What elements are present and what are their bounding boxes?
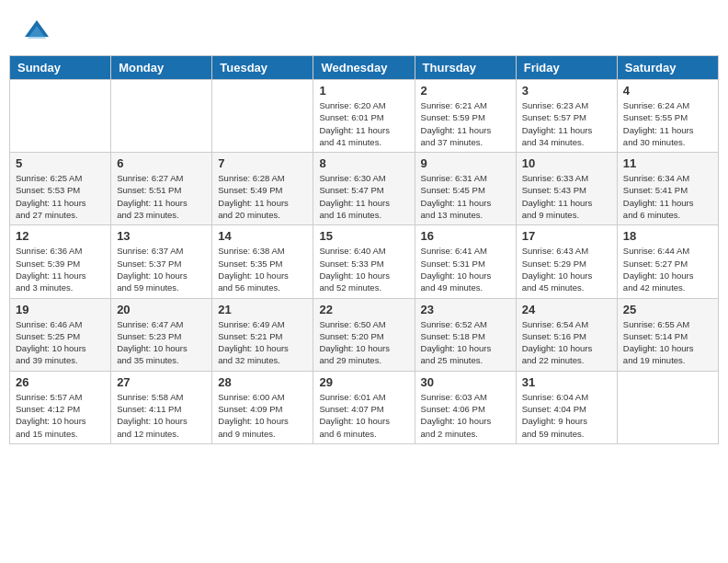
weekday-header-monday: Monday <box>111 56 212 80</box>
day-info: Sunrise: 6:46 AM Sunset: 5:25 PM Dayligh… <box>16 318 105 367</box>
day-info: Sunrise: 6:25 AM Sunset: 5:53 PM Dayligh… <box>16 172 105 221</box>
day-info: Sunrise: 6:37 AM Sunset: 5:37 PM Dayligh… <box>117 245 206 293</box>
day-number: 11 <box>623 156 712 170</box>
day-info: Sunrise: 6:36 AM Sunset: 5:39 PM Dayligh… <box>16 245 105 293</box>
day-number: 30 <box>421 375 510 389</box>
day-number: 17 <box>522 229 611 243</box>
day-number: 18 <box>623 229 712 243</box>
calendar-table: SundayMondayTuesdayWednesdayThursdayFrid… <box>9 55 719 444</box>
weekday-header-tuesday: Tuesday <box>212 56 313 80</box>
weekday-header-thursday: Thursday <box>415 56 516 80</box>
day-number: 5 <box>16 156 105 170</box>
day-number: 12 <box>16 229 105 243</box>
calendar-cell: 1Sunrise: 6:20 AM Sunset: 6:01 PM Daylig… <box>313 80 415 153</box>
day-number: 21 <box>218 303 307 316</box>
weekday-header-friday: Friday <box>516 56 617 80</box>
calendar-cell: 22Sunrise: 6:50 AM Sunset: 5:20 PM Dayli… <box>313 298 415 371</box>
day-info: Sunrise: 6:55 AM Sunset: 5:14 PM Dayligh… <box>623 318 712 367</box>
calendar-cell: 17Sunrise: 6:43 AM Sunset: 5:29 PM Dayli… <box>516 225 617 298</box>
day-info: Sunrise: 6:43 AM Sunset: 5:29 PM Dayligh… <box>522 245 611 293</box>
logo <box>23 18 54 46</box>
day-number: 26 <box>16 375 105 389</box>
day-info: Sunrise: 6:31 AM Sunset: 5:45 PM Dayligh… <box>421 172 510 221</box>
calendar-week-row: 1Sunrise: 6:20 AM Sunset: 6:01 PM Daylig… <box>10 80 719 153</box>
day-number: 3 <box>522 84 611 98</box>
day-info: Sunrise: 6:21 AM Sunset: 5:59 PM Dayligh… <box>421 99 510 148</box>
day-number: 20 <box>117 303 206 316</box>
day-number: 24 <box>522 303 611 316</box>
calendar-cell: 2Sunrise: 6:21 AM Sunset: 5:59 PM Daylig… <box>415 80 516 153</box>
day-number: 10 <box>522 156 611 170</box>
calendar-cell <box>617 371 718 443</box>
calendar-cell: 8Sunrise: 6:30 AM Sunset: 5:47 PM Daylig… <box>313 153 415 225</box>
calendar-cell: 28Sunrise: 6:00 AM Sunset: 4:09 PM Dayli… <box>212 371 313 443</box>
calendar-cell: 27Sunrise: 5:58 AM Sunset: 4:11 PM Dayli… <box>111 371 212 443</box>
day-info: Sunrise: 6:23 AM Sunset: 5:57 PM Dayligh… <box>522 99 611 148</box>
day-number: 31 <box>522 375 611 389</box>
day-number: 14 <box>218 229 307 243</box>
day-info: Sunrise: 6:41 AM Sunset: 5:31 PM Dayligh… <box>421 245 510 293</box>
logo-icon <box>23 18 51 46</box>
day-info: Sunrise: 6:54 AM Sunset: 5:16 PM Dayligh… <box>522 318 611 367</box>
calendar-cell: 9Sunrise: 6:31 AM Sunset: 5:45 PM Daylig… <box>415 153 516 225</box>
calendar-cell: 16Sunrise: 6:41 AM Sunset: 5:31 PM Dayli… <box>415 225 516 298</box>
calendar-cell: 5Sunrise: 6:25 AM Sunset: 5:53 PM Daylig… <box>10 153 111 225</box>
day-number: 13 <box>117 229 206 243</box>
day-info: Sunrise: 6:01 AM Sunset: 4:07 PM Dayligh… <box>319 391 408 440</box>
calendar-cell <box>212 80 313 153</box>
calendar-cell: 4Sunrise: 6:24 AM Sunset: 5:55 PM Daylig… <box>617 80 718 153</box>
calendar-week-row: 26Sunrise: 5:57 AM Sunset: 4:12 PM Dayli… <box>10 371 719 443</box>
day-number: 25 <box>623 303 712 316</box>
day-number: 9 <box>421 156 510 170</box>
day-number: 2 <box>421 84 510 98</box>
day-info: Sunrise: 5:57 AM Sunset: 4:12 PM Dayligh… <box>16 391 105 440</box>
day-info: Sunrise: 6:52 AM Sunset: 5:18 PM Dayligh… <box>421 318 510 367</box>
calendar-cell: 11Sunrise: 6:34 AM Sunset: 5:41 PM Dayli… <box>617 153 718 225</box>
day-number: 16 <box>421 229 510 243</box>
day-info: Sunrise: 6:03 AM Sunset: 4:06 PM Dayligh… <box>421 391 510 440</box>
day-number: 27 <box>117 375 206 389</box>
day-number: 6 <box>117 156 206 170</box>
day-info: Sunrise: 6:33 AM Sunset: 5:43 PM Dayligh… <box>522 172 611 221</box>
day-info: Sunrise: 6:47 AM Sunset: 5:23 PM Dayligh… <box>117 318 206 367</box>
day-info: Sunrise: 6:00 AM Sunset: 4:09 PM Dayligh… <box>218 391 307 440</box>
calendar-week-row: 5Sunrise: 6:25 AM Sunset: 5:53 PM Daylig… <box>10 153 719 225</box>
calendar-cell: 18Sunrise: 6:44 AM Sunset: 5:27 PM Dayli… <box>617 225 718 298</box>
calendar-week-row: 19Sunrise: 6:46 AM Sunset: 5:25 PM Dayli… <box>10 298 719 371</box>
weekday-header-sunday: Sunday <box>10 56 111 80</box>
day-number: 8 <box>319 156 408 170</box>
weekday-header-row: SundayMondayTuesdayWednesdayThursdayFrid… <box>10 56 719 80</box>
day-number: 4 <box>623 84 712 98</box>
day-number: 1 <box>319 84 408 98</box>
day-info: Sunrise: 6:49 AM Sunset: 5:21 PM Dayligh… <box>218 318 307 367</box>
calendar-cell: 29Sunrise: 6:01 AM Sunset: 4:07 PM Dayli… <box>313 371 415 443</box>
calendar-cell: 24Sunrise: 6:54 AM Sunset: 5:16 PM Dayli… <box>516 298 617 371</box>
day-number: 7 <box>218 156 307 170</box>
day-number: 15 <box>319 229 408 243</box>
calendar-cell: 13Sunrise: 6:37 AM Sunset: 5:37 PM Dayli… <box>111 225 212 298</box>
calendar-cell: 3Sunrise: 6:23 AM Sunset: 5:57 PM Daylig… <box>516 80 617 153</box>
calendar-cell: 20Sunrise: 6:47 AM Sunset: 5:23 PM Dayli… <box>111 298 212 371</box>
weekday-header-saturday: Saturday <box>617 56 718 80</box>
day-info: Sunrise: 6:38 AM Sunset: 5:35 PM Dayligh… <box>218 245 307 293</box>
calendar-cell: 7Sunrise: 6:28 AM Sunset: 5:49 PM Daylig… <box>212 153 313 225</box>
calendar-cell: 30Sunrise: 6:03 AM Sunset: 4:06 PM Dayli… <box>415 371 516 443</box>
calendar-cell: 26Sunrise: 5:57 AM Sunset: 4:12 PM Dayli… <box>10 371 111 443</box>
day-info: Sunrise: 6:24 AM Sunset: 5:55 PM Dayligh… <box>623 99 712 148</box>
calendar-cell: 10Sunrise: 6:33 AM Sunset: 5:43 PM Dayli… <box>516 153 617 225</box>
calendar-cell: 6Sunrise: 6:27 AM Sunset: 5:51 PM Daylig… <box>111 153 212 225</box>
day-info: Sunrise: 6:20 AM Sunset: 6:01 PM Dayligh… <box>319 99 408 148</box>
calendar-cell: 19Sunrise: 6:46 AM Sunset: 5:25 PM Dayli… <box>10 298 111 371</box>
day-info: Sunrise: 6:04 AM Sunset: 4:04 PM Dayligh… <box>522 391 611 440</box>
day-number: 22 <box>319 303 408 316</box>
day-number: 28 <box>218 375 307 389</box>
page-header <box>9 9 719 51</box>
calendar-cell: 15Sunrise: 6:40 AM Sunset: 5:33 PM Dayli… <box>313 225 415 298</box>
calendar-cell: 23Sunrise: 6:52 AM Sunset: 5:18 PM Dayli… <box>415 298 516 371</box>
day-info: Sunrise: 6:44 AM Sunset: 5:27 PM Dayligh… <box>623 245 712 293</box>
calendar-cell: 21Sunrise: 6:49 AM Sunset: 5:21 PM Dayli… <box>212 298 313 371</box>
day-info: Sunrise: 6:50 AM Sunset: 5:20 PM Dayligh… <box>319 318 408 367</box>
calendar-week-row: 12Sunrise: 6:36 AM Sunset: 5:39 PM Dayli… <box>10 225 719 298</box>
day-info: Sunrise: 6:30 AM Sunset: 5:47 PM Dayligh… <box>319 172 408 221</box>
weekday-header-wednesday: Wednesday <box>313 56 415 80</box>
